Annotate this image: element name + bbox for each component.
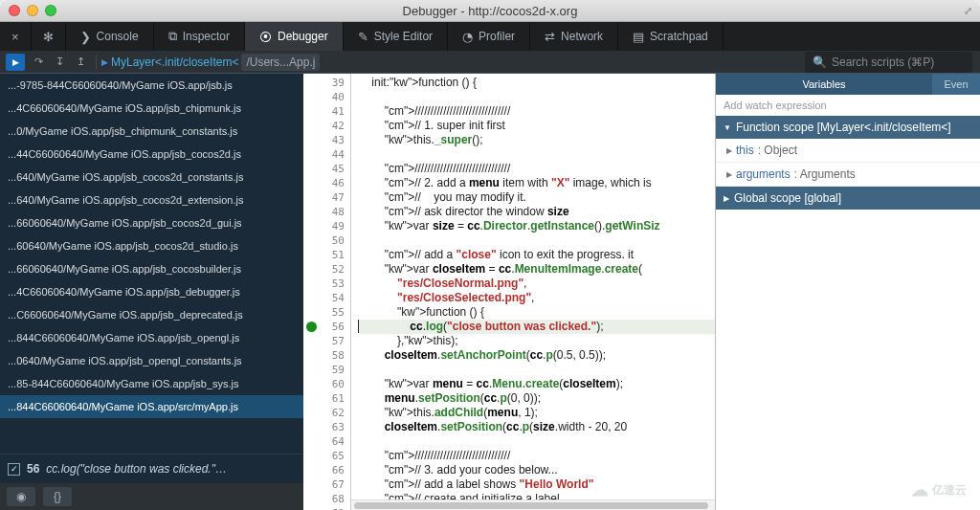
horizontal-scrollbar[interactable] [351, 499, 715, 510]
file-item[interactable]: ...0/MyGame iOS.app/jsb_chipmunk_constan… [0, 120, 303, 143]
breadcrumb-source[interactable]: /Users...App.j [241, 54, 320, 71]
tab-label: Console [97, 30, 139, 43]
file-list[interactable]: ...-9785-844C66060640/MyGame iOS.app/jsb… [0, 74, 303, 454]
cloud-icon: ☁ [911, 479, 928, 500]
tab-scratchpad[interactable]: ▤Scratchpad [618, 22, 724, 51]
file-item[interactable]: ...4C66060640/MyGame iOS.app/jsb_chipmun… [0, 97, 303, 120]
sources-sidebar: ...-9785-844C66060640/MyGame iOS.app/jsb… [0, 74, 303, 510]
eye-toggle-button[interactable]: ◉ [7, 487, 35, 506]
tab-events[interactable]: Even [932, 74, 980, 95]
file-item[interactable]: ...C66060640/MyGame iOS.app/jsb_deprecat… [0, 303, 303, 326]
line-number-gutter[interactable]: 3940414243444546474849505152535455565758… [320, 74, 351, 510]
tab-label: Style Editor [374, 30, 433, 43]
var-name: this [736, 144, 754, 157]
var-name: arguments [736, 167, 791, 181]
tab-network[interactable]: ⇄Network [530, 22, 618, 51]
search-scripts-input[interactable]: 🔍 Search scripts (⌘P) [805, 52, 972, 73]
chevron-right-icon: ▶ [101, 57, 108, 67]
global-scope-header[interactable]: ▶Global scope [global] [716, 187, 980, 210]
call-stack-breadcrumb: ▶ MyLayer<.init/closeItem< /Users...App.… [101, 54, 320, 71]
devtools-toolbar: × ✻ ❯Console ⧉Inspector ⦿Debugger ✎Style… [0, 22, 980, 51]
tab-label: Inspector [183, 30, 230, 43]
hit-line-text: cc.log("close button was clicked."… [46, 462, 227, 476]
window-close-button[interactable] [9, 5, 20, 16]
options-button[interactable]: ✻ [32, 22, 66, 51]
file-item[interactable]: ...60640/MyGame iOS.app/jsb_cocos2d_stud… [0, 234, 303, 257]
inspector-icon: ⧉ [168, 29, 177, 44]
debugger-icon: ⦿ [259, 30, 272, 44]
breakpoint-marker-icon[interactable] [306, 322, 317, 332]
scope-var-this[interactable]: ▶this: Object [716, 139, 980, 163]
breadcrumb-frame[interactable]: MyLayer<.init/closeItem< [111, 55, 238, 69]
debugger-subbar: ▶ ↷ ↧ ↥ ▶ MyLayer<.init/closeItem< /User… [0, 51, 980, 74]
breakpoint-gutter[interactable] [303, 74, 320, 510]
code-editor[interactable]: init:"kw">function () { "cm">///////////… [351, 74, 715, 510]
close-icon: × [11, 30, 19, 44]
step-over-button[interactable]: ↷ [29, 54, 48, 71]
breakpoint-hit-row[interactable]: ✓ 56 cc.log("close button was clicked."… [0, 454, 303, 483]
file-item[interactable]: ...640/MyGame iOS.app/jsb_cocos2d_extens… [0, 188, 303, 211]
triangle-right-icon: ▶ [724, 194, 729, 203]
search-icon: 🔍 [813, 55, 827, 69]
var-value: : Arguments [794, 167, 856, 181]
tab-debugger[interactable]: ⦿Debugger [245, 22, 344, 51]
sidebar-bottom-strip: ◉ {} [0, 483, 303, 510]
file-item[interactable]: ...85-844C66060640/MyGame iOS.app/jsb_sy… [0, 372, 303, 395]
console-icon: ❯ [80, 30, 91, 44]
titlebar: Debugger - http://cocos2d-x.org ⤢ [0, 0, 980, 22]
function-scope-header[interactable]: ▼Function scope [MyLayer<.init/closeItem… [716, 116, 980, 139]
triangle-down-icon: ▼ [724, 123, 731, 132]
scope-label: Function scope [MyLayer<.init/closeItem<… [736, 121, 951, 134]
triangle-right-icon: ▶ [726, 146, 732, 155]
tab-label: Debugger [278, 30, 328, 43]
network-icon: ⇄ [545, 30, 555, 44]
close-devtools-button[interactable]: × [0, 22, 32, 51]
step-out-button[interactable]: ↥ [71, 54, 90, 71]
variables-panel: Variables Even Add watch expression ▼Fun… [715, 74, 980, 510]
tab-style-editor[interactable]: ✎Style Editor [344, 22, 448, 51]
search-placeholder: Search scripts (⌘P) [832, 55, 934, 69]
file-item[interactable]: ...640/MyGame iOS.app/jsb_cocos2d_consta… [0, 166, 303, 188]
scope-var-arguments[interactable]: ▶arguments: Arguments [716, 163, 980, 187]
window-maximize-button[interactable] [45, 5, 56, 16]
tab-inspector[interactable]: ⧉Inspector [154, 22, 245, 51]
file-item[interactable]: ...844C66060640/MyGame iOS.app/jsb_openg… [0, 326, 303, 349]
style-editor-icon: ✎ [358, 30, 368, 44]
file-item[interactable]: ...0640/MyGame iOS.app/jsb_opengl_consta… [0, 349, 303, 372]
file-item[interactable]: ...66060640/MyGame iOS.app/jsb_cocosbuil… [0, 257, 303, 280]
window-title: Debugger - http://cocos2d-x.org [8, 4, 972, 18]
tab-label: Network [561, 30, 603, 43]
tab-profiler[interactable]: ◔Profiler [448, 22, 530, 51]
watch-expression-input[interactable]: Add watch expression [716, 95, 980, 116]
var-value: : Object [758, 144, 797, 157]
tab-label: Profiler [479, 30, 515, 43]
window-minimize-button[interactable] [27, 5, 38, 16]
tab-console[interactable]: ❯Console [66, 22, 154, 51]
profiler-icon: ◔ [462, 30, 473, 44]
file-item[interactable]: ...844C66060640/MyGame iOS.app/src/myApp… [0, 395, 303, 418]
window-expand-icon[interactable]: ⤢ [964, 5, 972, 17]
hit-line-number: 56 [27, 462, 39, 476]
file-item[interactable]: ...4C66060640/MyGame iOS.app/jsb_debugge… [0, 280, 303, 303]
watermark: ☁亿速云 [911, 479, 967, 500]
file-item[interactable]: ...44C66060640/MyGame iOS.app/jsb_cocos2… [0, 143, 303, 166]
file-item[interactable]: ...66060640/MyGame iOS.app/jsb_cocos2d_g… [0, 211, 303, 234]
scope-label: Global scope [global] [734, 191, 841, 205]
checked-icon: ✓ [8, 463, 20, 476]
gear-icon: ✻ [43, 30, 54, 44]
resume-button[interactable]: ▶ [6, 54, 25, 71]
tab-variables[interactable]: Variables [716, 74, 932, 95]
pretty-print-button[interactable]: {} [43, 487, 72, 506]
step-in-button[interactable]: ↧ [50, 54, 69, 71]
triangle-right-icon: ▶ [726, 170, 732, 179]
file-item[interactable]: ...-9785-844C66060640/MyGame iOS.app/jsb… [0, 74, 303, 97]
tab-label: Scratchpad [650, 30, 708, 43]
scratchpad-icon: ▤ [633, 30, 644, 44]
